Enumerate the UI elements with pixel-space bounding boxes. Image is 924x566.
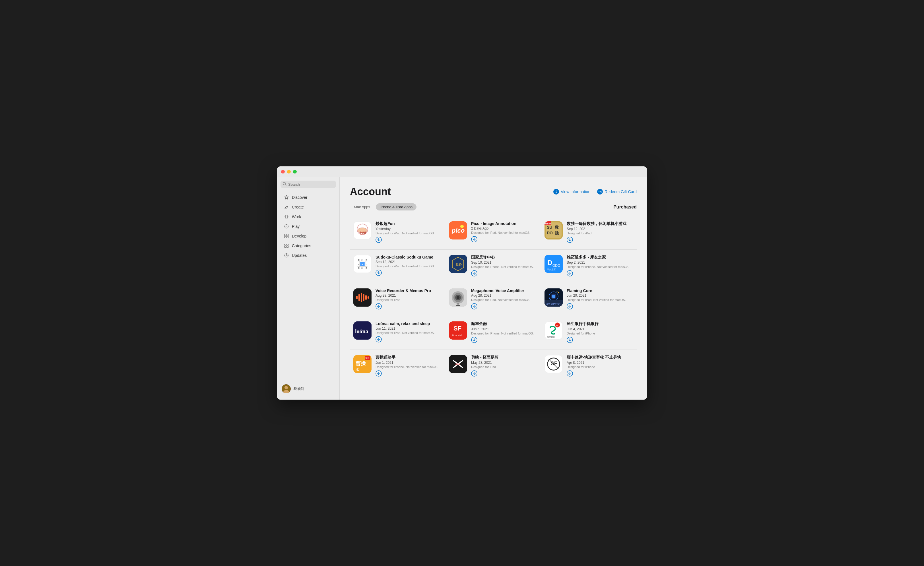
list-item[interactable]: loóna Loóna: calm, relax and sleep Jun 1… [350, 316, 446, 350]
list-item[interactable]: 曹操 送 骑手 曹操送骑手 Jun 1, 2021 Designed for i… [350, 350, 446, 383]
svg-text:摩友之家: 摩友之家 [547, 268, 556, 271]
search-icon [283, 182, 286, 187]
app-name: Megaphone: Voice Amplifier [471, 288, 538, 293]
app-date: Aug 28, 2021 [471, 293, 538, 298]
download-button[interactable] [567, 370, 573, 378]
svg-rect-73 [358, 294, 360, 301]
app-info: Sudoku-Classic Soduku Game Sep 12, 2021 … [375, 255, 442, 277]
app-icon-voice-recorder [353, 288, 372, 307]
tab-mac-apps[interactable]: Mac Apps [350, 204, 374, 211]
svg-rect-18 [556, 192, 557, 193]
app-info: Voice Recorder & Memos Pro Aug 28, 2021 … [375, 288, 442, 311]
svg-text:SU: SU [547, 225, 552, 229]
svg-text:反诈: 反诈 [456, 263, 462, 266]
svg-text:4: 4 [358, 263, 360, 266]
svg-text:7: 7 [358, 267, 359, 270]
download-button[interactable] [375, 370, 382, 378]
download-button[interactable] [375, 303, 382, 311]
sidebar-item-create[interactable]: Create [279, 202, 337, 212]
app-desc: Designed for iPad. Not verified for macO… [471, 231, 538, 234]
app-date: Jun 11, 2021 [375, 326, 442, 331]
svg-point-84 [457, 296, 459, 299]
list-item[interactable]: NEW CHAPTER Flaming Core Jun 20, 2021 De… [541, 283, 637, 316]
content-area: Account View Information [340, 177, 647, 400]
updates-icon [284, 253, 289, 258]
list-item[interactable]: 反诈 国家反诈中心 Sep 10, 2021 Designed for iPho… [446, 250, 541, 283]
avatar [282, 384, 291, 393]
svg-point-30 [460, 225, 464, 228]
app-desc: Designed for iPad [471, 365, 538, 368]
download-button[interactable] [471, 303, 477, 311]
app-info: Megaphone: Voice Amplifier Aug 28, 2021 … [471, 288, 538, 311]
download-button[interactable] [375, 237, 382, 244]
app-desc: Designed for iPhone [567, 365, 633, 368]
maximize-button[interactable] [293, 170, 297, 174]
svg-text:2: 2 [361, 259, 362, 261]
svg-point-92 [552, 295, 555, 298]
view-information-button[interactable]: View Information [554, 189, 590, 195]
download-button[interactable] [567, 337, 573, 344]
sidebar-item-work[interactable]: Work [279, 212, 337, 221]
list-item[interactable]: SF Financial 顺丰金融 Jun 5, 2021 Designed f… [446, 316, 541, 350]
sidebar-discover-label: Discover [292, 195, 307, 200]
app-date: Jun 4, 2021 [567, 327, 633, 331]
svg-point-96 [557, 291, 558, 292]
list-item[interactable]: 炒饭 炒饭超Fun Yesterday Designed for iPad. N… [350, 216, 446, 249]
list-item[interactable]: Megaphone: Voice Amplifier Aug 28, 2021 … [446, 283, 541, 316]
close-button[interactable] [281, 170, 285, 174]
user-profile[interactable]: 郝新科 [277, 382, 339, 396]
titlebar [277, 166, 647, 177]
minimize-button[interactable] [287, 170, 291, 174]
list-item[interactable]: NEW SU 数 DO 独 数独—每日数独，休闲单机小游戏 Sep 12, 20… [541, 216, 637, 249]
svg-rect-4 [285, 234, 286, 236]
download-button[interactable] [567, 270, 573, 278]
app-name: 顺丰速运-快递查寄收 不止是快 [567, 355, 633, 360]
list-item[interactable]: % 智慧银行 民生银行手机银行 Jun 4, 2021 Designed for… [541, 316, 637, 350]
app-desc: Designed for iPhone [567, 332, 633, 335]
download-button[interactable] [375, 270, 382, 277]
svg-text:数: 数 [555, 225, 559, 229]
sidebar-item-updates[interactable]: Updates [279, 251, 337, 260]
sidebar-item-develop[interactable]: Develop [279, 232, 337, 241]
app-desc: Designed for iPad. Not verified for macO… [471, 298, 538, 301]
app-info: 民生银行手机银行 Jun 4, 2021 Designed for iPhone [567, 321, 633, 344]
app-desc: Designed for iPhone. Not verified for ma… [471, 265, 538, 268]
app-date: Apr 8, 2021 [567, 361, 633, 365]
list-item[interactable]: Voice Recorder & Memos Pro Aug 28, 2021 … [350, 283, 446, 316]
list-item[interactable]: SF 顺丰速运-快递查寄收 不止是快 Apr 8, 2021 Designed … [541, 350, 637, 383]
list-item[interactable]: D ODO 摩友之家 维迈通多多 - 摩友之家 Sep 2, 2021 Desi… [541, 250, 637, 283]
download-button[interactable] [375, 336, 382, 344]
list-item[interactable]: pico Pico · Image Annotation 2 Days Ago … [446, 216, 541, 249]
sidebar-item-discover[interactable]: Discover [279, 193, 337, 202]
app-info: 国家反诈中心 Sep 10, 2021 Designed for iPhone.… [471, 255, 538, 278]
app-icon-megaphone [449, 288, 467, 307]
app-info: 顺丰金融 Jun 5, 2021 Designed for iPhone. No… [471, 321, 538, 344]
download-button[interactable] [471, 337, 477, 344]
svg-text:3: 3 [366, 259, 367, 261]
download-button[interactable] [567, 237, 573, 244]
sidebar-updates-label: Updates [292, 253, 307, 258]
sidebar-item-categories[interactable]: Categories [279, 241, 337, 250]
app-name: Voice Recorder & Memos Pro [375, 288, 442, 293]
download-button[interactable] [567, 303, 573, 311]
app-info: 剪映 - 轻而易剪 May 28, 2021 Designed for iPad [471, 355, 538, 378]
list-item[interactable]: 剪映 - 轻而易剪 May 28, 2021 Designed for iPad [446, 350, 541, 383]
app-icon-sudoku-classic: 1 2 3 4 5 6 7 8 9 [353, 255, 372, 273]
work-icon [284, 214, 289, 219]
download-button[interactable] [471, 236, 477, 244]
content-header: Account View Information [350, 186, 637, 198]
download-button[interactable] [471, 370, 477, 378]
svg-text:loóna: loóna [355, 328, 368, 334]
search-box[interactable]: Search [280, 181, 336, 188]
tab-iphone-ipad-apps[interactable]: iPhone & iPad Apps [376, 204, 417, 211]
search-container[interactable]: Search [277, 181, 339, 188]
app-icon-chao-fan: 炒饭 [353, 221, 372, 240]
app-date: Sep 2, 2021 [567, 261, 633, 265]
app-icon-flaming-core: NEW CHAPTER [544, 288, 563, 307]
sidebar-item-play[interactable]: Play [279, 222, 337, 231]
download-button[interactable] [471, 270, 477, 278]
list-item[interactable]: 1 2 3 4 5 6 7 8 9 [350, 250, 446, 283]
discover-icon [284, 195, 289, 200]
svg-rect-10 [285, 246, 286, 248]
redeem-gift-card-button[interactable]: Redeem Gift Card [597, 189, 637, 195]
